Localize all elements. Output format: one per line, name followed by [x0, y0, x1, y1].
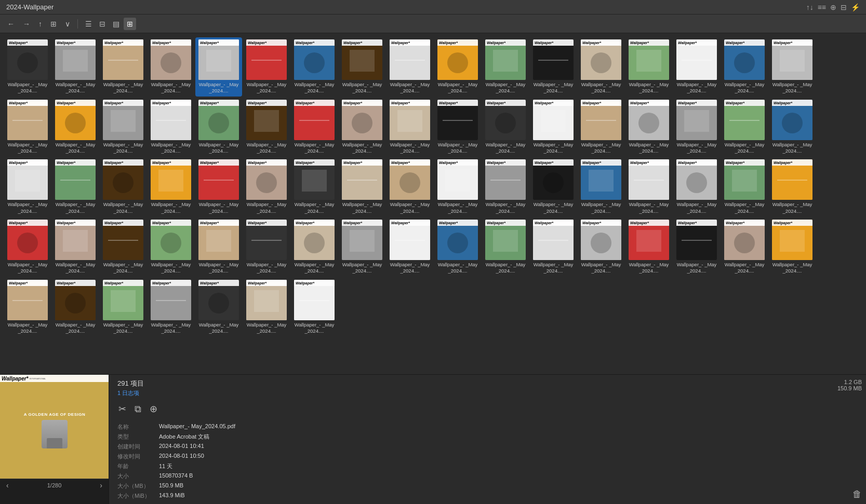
list-item[interactable]: Wallpaper*Wallpaper_- _May_2024.... [721, 157, 768, 216]
list-item[interactable]: Wallpaper*Wallpaper_- _May_2024.... [243, 217, 290, 277]
list-item[interactable]: Wallpaper*Wallpaper_- _May_2024.... [530, 157, 577, 216]
list-item[interactable]: Wallpaper*Wallpaper_- _May_2024.... [625, 98, 672, 157]
minus-icon[interactable]: ⊟ [841, 3, 847, 11]
view-list-button[interactable]: ☰ [82, 18, 95, 30]
list-item[interactable]: Wallpaper*Wallpaper_- _May_2024.... [625, 37, 672, 97]
svg-text:Wallpaper*: Wallpaper* [343, 221, 362, 225]
list-item[interactable]: Wallpaper*Wallpaper_- _May_2024.... [4, 157, 51, 216]
list-item[interactable]: Wallpaper*Wallpaper_- _May_2024.... [769, 98, 816, 157]
list-item[interactable]: Wallpaper*Wallpaper_- _May_2024.... [4, 217, 51, 277]
list-item[interactable]: Wallpaper*Wallpaper_- _May_2024.... [148, 37, 194, 97]
view-columns-button[interactable]: ⊟ [96, 18, 109, 30]
list-item[interactable]: Wallpaper*Wallpaper_- _May_2024.... [482, 98, 529, 157]
list-item[interactable]: Wallpaper*Wallpaper_- _May_2024.... [148, 157, 194, 216]
list-item[interactable]: Wallpaper*Wallpaper_- _May_2024.... [530, 98, 577, 157]
preview-next-button[interactable]: › [98, 480, 104, 491]
chevron-down-button[interactable]: ∨ [62, 18, 73, 30]
list-item[interactable]: Wallpaper*Wallpaper_- _May_2024.... [148, 217, 194, 277]
add-icon[interactable]: ⊕ [830, 3, 836, 11]
list-item[interactable]: Wallpaper*Wallpaper_- _May_2024.... [52, 278, 99, 337]
list-item[interactable]: Wallpaper*Wallpaper_- _May_2024.... [530, 217, 577, 277]
list-item[interactable]: Wallpaper*Wallpaper_- _May_2024.... [148, 278, 194, 337]
list-item[interactable]: Wallpaper*Wallpaper_- _May_2024.... [243, 98, 290, 157]
file-grid[interactable]: Wallpaper*Wallpaper_- _May_2024....Wallp… [0, 33, 866, 374]
list-item[interactable]: Wallpaper*Wallpaper_- _May_2024.... [100, 278, 146, 337]
list-item[interactable]: Wallpaper*Wallpaper_- _May_2024.... [769, 157, 816, 216]
list-item[interactable]: Wallpaper*Wallpaper_- _May_2024.... [387, 98, 433, 157]
share-button[interactable]: ⊕ [149, 402, 158, 416]
list-item[interactable]: Wallpaper*Wallpaper_- _May_2024.... [52, 37, 99, 97]
preview-prev-button[interactable]: ‹ [4, 480, 11, 491]
list-item[interactable]: Wallpaper*Wallpaper_- _May_2024.... [100, 217, 146, 277]
list-item[interactable]: Wallpaper*Wallpaper_- _May_2024.... [339, 217, 385, 277]
back-button[interactable]: ← [4, 18, 18, 30]
list-item[interactable]: Wallpaper*Wallpaper_- _May_2024.... [100, 157, 146, 216]
list-item[interactable]: Wallpaper*Wallpaper_- _May_2024.... [195, 217, 242, 277]
list-item[interactable]: Wallpaper*Wallpaper_- _May_2024.... [195, 37, 242, 97]
list-item[interactable]: Wallpaper*Wallpaper_- _May_2024.... [291, 37, 338, 97]
forward-button[interactable]: → [20, 18, 33, 30]
up-button[interactable]: ↑ [35, 18, 45, 30]
list-item[interactable]: Wallpaper*Wallpaper_- _May_2024.... [387, 37, 433, 97]
list-item[interactable]: Wallpaper*Wallpaper_- _May_2024.... [625, 157, 672, 216]
copy-button[interactable]: ⧉ [134, 402, 142, 416]
list-item[interactable]: Wallpaper*Wallpaper_- _May_2024.... [721, 98, 768, 157]
list-item[interactable]: Wallpaper*Wallpaper_- _May_2024.... [721, 37, 768, 97]
list-item[interactable]: Wallpaper*Wallpaper_- _May_2024.... [291, 278, 338, 337]
list-item[interactable]: Wallpaper*Wallpaper_- _May_2024.... [387, 217, 433, 277]
list-item[interactable]: Wallpaper*Wallpaper_- _May_2024.... [578, 37, 624, 97]
list-item[interactable]: Wallpaper*Wallpaper_- _May_2024.... [195, 157, 242, 216]
list-item[interactable]: Wallpaper*Wallpaper_- _May_2024.... [578, 217, 624, 277]
list-item[interactable]: Wallpaper*Wallpaper_- _May_2024.... [673, 157, 720, 216]
list-item[interactable]: Wallpaper*Wallpaper_- _May_2024.... [721, 217, 768, 277]
actions-button[interactable]: ⊞ [47, 18, 60, 30]
list-item[interactable]: Wallpaper*Wallpaper_- _May_2024.... [339, 37, 385, 97]
list-item[interactable]: Wallpaper*Wallpaper_- _May_2024.... [578, 98, 624, 157]
list-item[interactable]: Wallpaper*Wallpaper_- _May_2024.... [482, 217, 529, 277]
list-item[interactable]: Wallpaper*Wallpaper_- _May_2024.... [578, 157, 624, 216]
list-item[interactable]: Wallpaper*Wallpaper_- _May_2024.... [339, 157, 385, 216]
view-options-icon[interactable]: ≡≡ [818, 3, 826, 11]
svg-rect-114 [254, 110, 279, 132]
list-item[interactable]: Wallpaper*Wallpaper_- _May_2024.... [434, 217, 481, 277]
list-item[interactable]: Wallpaper*Wallpaper_- _May_2024.... [434, 98, 481, 157]
list-item[interactable]: Wallpaper*Wallpaper_- _May_2024.... [339, 98, 385, 157]
list-item[interactable]: Wallpaper*Wallpaper_- _May_2024.... [148, 98, 194, 157]
list-item[interactable]: Wallpaper*Wallpaper_- _May_2024.... [769, 37, 816, 97]
list-item[interactable]: Wallpaper*Wallpaper_- _May_2024.... [482, 157, 529, 216]
list-item[interactable]: Wallpaper*Wallpaper_- _May_2024.... [52, 217, 99, 277]
list-item[interactable]: Wallpaper*Wallpaper_- _May_2024.... [673, 217, 720, 277]
list-item[interactable]: Wallpaper*Wallpaper_- _May_2024.... [243, 278, 290, 337]
sort-icon[interactable]: ↑↓ [806, 3, 814, 11]
list-item[interactable]: Wallpaper*Wallpaper_- _May_2024.... [243, 157, 290, 216]
selected-label[interactable]: 1 日志项 [117, 389, 795, 397]
view-grid-button[interactable]: ⊞ [124, 18, 136, 30]
action-icon[interactable]: ⚡ [851, 3, 860, 11]
list-item[interactable]: Wallpaper*Wallpaper_- _May_2024.... [482, 37, 529, 97]
list-item[interactable]: Wallpaper*Wallpaper_- _May_2024.... [195, 278, 242, 337]
list-item[interactable]: Wallpaper*Wallpaper_- _May_2024.... [673, 98, 720, 157]
list-item[interactable]: Wallpaper*Wallpaper_- _May_2024.... [769, 217, 816, 277]
cut-button[interactable]: ✂ [117, 402, 127, 416]
list-item[interactable]: Wallpaper*Wallpaper_- _May_2024.... [100, 98, 146, 157]
list-item[interactable]: Wallpaper*Wallpaper_- _May_2024.... [673, 37, 720, 97]
list-item[interactable]: Wallpaper*Wallpaper_- _May_2024.... [434, 37, 481, 97]
list-item[interactable]: Wallpaper*Wallpaper_- _May_2024.... [52, 157, 99, 216]
list-item[interactable]: Wallpaper*Wallpaper_- _May_2024.... [387, 157, 433, 216]
list-item[interactable]: Wallpaper*Wallpaper_- _May_2024.... [291, 217, 338, 277]
list-item[interactable]: Wallpaper*Wallpaper_- _May_2024.... [434, 157, 481, 216]
list-item[interactable]: Wallpaper*Wallpaper_- _May_2024.... [291, 98, 338, 157]
view-cover-button[interactable]: ▤ [110, 18, 123, 30]
list-item[interactable]: Wallpaper*Wallpaper_- _May_2024.... [52, 98, 99, 157]
list-item[interactable]: Wallpaper*Wallpaper_- _May_2024.... [243, 37, 290, 97]
list-item[interactable]: Wallpaper*Wallpaper_- _May_2024.... [4, 98, 51, 157]
list-item[interactable]: Wallpaper*Wallpaper_- _May_2024.... [4, 37, 51, 97]
list-item[interactable]: Wallpaper*Wallpaper_- _May_2024.... [530, 37, 577, 97]
file-label: Wallpaper_- _May_2024.... [389, 142, 431, 155]
list-item[interactable]: Wallpaper*Wallpaper_- _May_2024.... [100, 37, 146, 97]
list-item[interactable]: Wallpaper*Wallpaper_- _May_2024.... [625, 217, 672, 277]
list-item[interactable]: Wallpaper*Wallpaper_- _May_2024.... [291, 157, 338, 216]
trash-icon[interactable]: 🗑 [852, 489, 862, 500]
list-item[interactable]: Wallpaper*Wallpaper_- _May_2024.... [195, 98, 242, 157]
list-item[interactable]: Wallpaper*Wallpaper_- _May_2024.... [4, 278, 51, 337]
